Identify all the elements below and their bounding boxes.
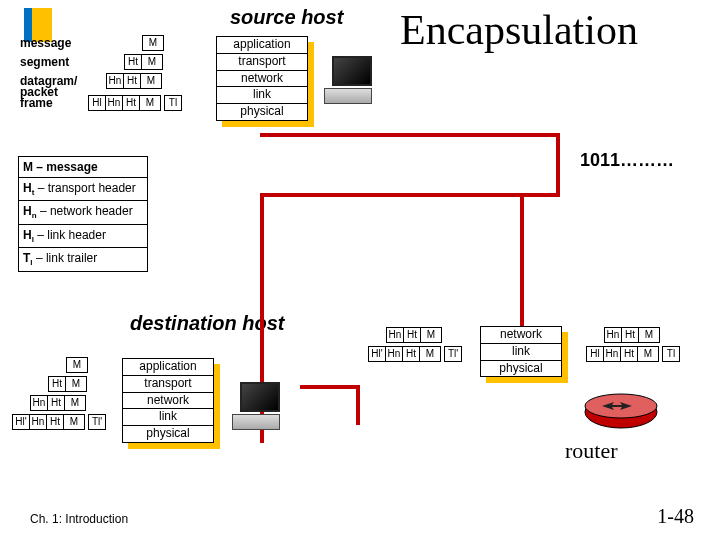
- Hl-prime-cell: Hl': [12, 414, 30, 430]
- Hn-cell: Hn: [385, 346, 403, 362]
- Hl-cell: Hl: [88, 95, 106, 111]
- layer-application: application: [217, 37, 307, 54]
- M-cell: M: [420, 327, 442, 343]
- Tl-prime-cell: Tl': [444, 346, 462, 362]
- destination-layer-stack: application transport network link physi…: [122, 358, 214, 443]
- legend-m: M – message: [18, 156, 148, 177]
- Hl-cell: Hl: [586, 346, 604, 362]
- router-left-pdu-rows: Hn Ht M Hl' Hn Ht M Tl': [368, 326, 461, 364]
- layer-physical: physical: [481, 361, 561, 377]
- layer-link: link: [217, 87, 307, 104]
- layer-network: network: [123, 393, 213, 410]
- legend-ht: Ht – transport header: [18, 177, 148, 200]
- layer-transport: transport: [217, 54, 307, 71]
- Ht-cell: Ht: [47, 395, 65, 411]
- layer-transport: transport: [123, 376, 213, 393]
- pdu-label-segment: segment: [20, 55, 88, 69]
- Tl-cell: Tl: [164, 95, 182, 111]
- Tl-prime-cell: Tl': [88, 414, 106, 430]
- layer-link: link: [481, 344, 561, 361]
- M-cell: M: [419, 346, 441, 362]
- Ht-cell: Ht: [124, 54, 142, 70]
- Ht-cell: Ht: [621, 327, 639, 343]
- Ht-cell: Ht: [122, 95, 140, 111]
- source-pdu-rows: message M segment Ht M datagram/ Hn Ht M…: [20, 34, 181, 113]
- Tl-cell: Tl: [662, 346, 680, 362]
- computer-icon: [228, 382, 286, 434]
- slide-title: Encapsulation: [400, 6, 638, 54]
- layer-link: link: [123, 409, 213, 426]
- Ht-cell: Ht: [403, 327, 421, 343]
- legend: M – message Ht – transport header Hn – n…: [18, 156, 148, 272]
- Hl-prime-cell: Hl': [368, 346, 386, 362]
- M-cell: M: [638, 327, 660, 343]
- legend-hl: Hl – link header: [18, 224, 148, 247]
- bits-label: 1011………: [580, 150, 674, 171]
- Hn-cell: Hn: [106, 73, 124, 89]
- source-layer-stack: application transport network link physi…: [216, 36, 308, 121]
- M-cell: M: [66, 357, 88, 373]
- destination-pdu-rows: M Ht M Hn Ht M Hl' Hn Ht M Tl': [12, 356, 105, 432]
- pdu-label-message: message: [20, 36, 88, 50]
- wire: [260, 133, 560, 137]
- M-cell: M: [141, 54, 163, 70]
- computer-icon: [320, 56, 378, 108]
- M-cell: M: [63, 414, 85, 430]
- Hn-cell: Hn: [604, 327, 622, 343]
- footer-chapter: Ch. 1: Introduction: [30, 512, 128, 526]
- router-label: router: [565, 438, 618, 464]
- Hn-cell: Hn: [105, 95, 123, 111]
- Ht-cell: Ht: [620, 346, 638, 362]
- M-cell: M: [140, 73, 162, 89]
- router-icon: [582, 392, 660, 432]
- M-cell: M: [64, 395, 86, 411]
- Ht-cell: Ht: [402, 346, 420, 362]
- router-layer-stack: network link physical: [480, 326, 562, 377]
- legend-hn: Hn – network header: [18, 200, 148, 223]
- wire: [520, 193, 524, 331]
- legend-tl: Tl – link trailer: [18, 247, 148, 271]
- pdu-label-frame: frame: [20, 96, 88, 110]
- wire: [556, 133, 560, 193]
- layer-physical: physical: [217, 104, 307, 120]
- M-cell: M: [65, 376, 87, 392]
- Ht-cell: Ht: [123, 73, 141, 89]
- layer-network: network: [481, 327, 561, 344]
- layer-network: network: [217, 71, 307, 88]
- Ht-cell: Ht: [46, 414, 64, 430]
- Hn-cell: Hn: [386, 327, 404, 343]
- M-cell: M: [139, 95, 161, 111]
- M-cell: M: [142, 35, 164, 51]
- slide-number: 1-48: [657, 505, 694, 528]
- wire: [300, 385, 360, 389]
- layer-physical: physical: [123, 426, 213, 442]
- source-host-label: source host: [230, 6, 343, 29]
- wire: [356, 385, 360, 425]
- Hn-cell: Hn: [29, 414, 47, 430]
- M-cell: M: [637, 346, 659, 362]
- Hn-cell: Hn: [603, 346, 621, 362]
- layer-application: application: [123, 359, 213, 376]
- Ht-cell: Ht: [48, 376, 66, 392]
- wire: [260, 193, 560, 197]
- Hn-cell: Hn: [30, 395, 48, 411]
- router-right-pdu-rows: Hn Ht M Hl Hn Ht M Tl: [586, 326, 679, 364]
